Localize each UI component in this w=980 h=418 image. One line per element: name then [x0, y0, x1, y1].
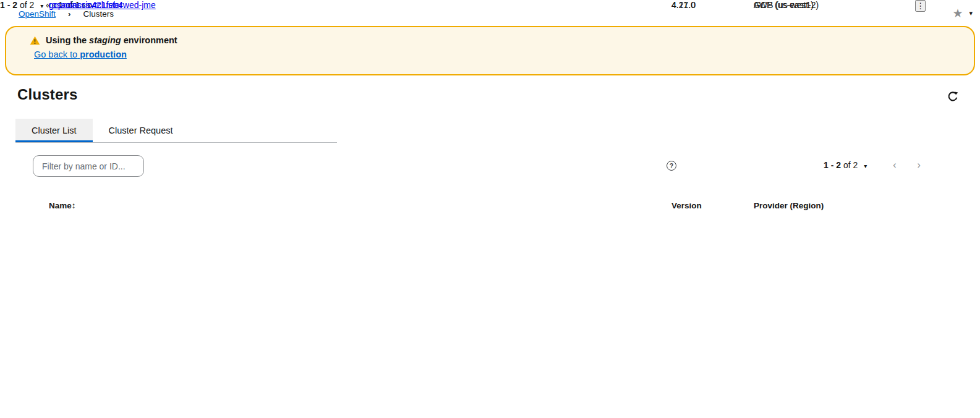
top-pagination: 1 - 2 of 2 ▾ ‹ ›	[824, 160, 921, 171]
cluster-name-link[interactable]: gcpnonccsvtcluster	[49, 0, 122, 10]
filter-input[interactable]	[33, 155, 144, 177]
breadcrumb-openshift-link[interactable]: OpenShift	[19, 9, 56, 19]
refresh-icon[interactable]	[945, 90, 960, 105]
help-icon[interactable]: ?	[667, 161, 676, 171]
column-header-name[interactable]: Name↕	[49, 201, 76, 210]
page-title: Clusters	[17, 86, 78, 103]
staging-warning-banner: Using the staging environment Go back to…	[5, 26, 975, 75]
cluster-provider: GCP (us-east1)	[754, 0, 814, 10]
bookmark-star-icon[interactable]: ★	[952, 6, 963, 20]
breadcrumb-separator-icon: ›	[68, 9, 70, 19]
prev-page-icon[interactable]: ‹	[893, 160, 896, 171]
next-page-icon[interactable]: ›	[918, 160, 921, 171]
kebab-menu-icon[interactable]: ⋮	[915, 0, 926, 12]
clusters-tabs: Cluster List Cluster Request	[15, 119, 337, 143]
table-header: Name↕ Version Provider (Region)	[0, 201, 980, 218]
tab-cluster-list[interactable]: Cluster List	[15, 119, 93, 142]
chevron-down-icon[interactable]: ▾	[969, 9, 973, 17]
sort-icon[interactable]: ↕	[72, 201, 76, 210]
breadcrumb-current: Clusters	[83, 9, 114, 19]
tab-cluster-request[interactable]: Cluster Request	[93, 119, 189, 142]
chevron-down-icon: ▾	[40, 2, 43, 9]
banner-text: Using the staging environment	[46, 35, 177, 45]
go-back-to-production-link[interactable]: Go back to production	[34, 49, 127, 59]
warning-triangle-icon	[30, 36, 40, 45]
cluster-version: 4.17.0	[671, 0, 696, 10]
column-header-provider: Provider (Region)	[754, 201, 824, 210]
pagination-range-menu[interactable]: 1 - 2 of 2 ▾	[824, 160, 867, 170]
pagination-range-menu[interactable]: 1 - 2 of 2 ▾	[0, 0, 46, 10]
breadcrumb: OpenShift › Clusters	[19, 9, 114, 19]
column-header-version: Version	[671, 201, 702, 210]
clusters-page: OpenShift › Clusters ★ ▾ Using the stagi…	[0, 0, 980, 418]
chevron-down-icon: ▾	[864, 163, 867, 169]
